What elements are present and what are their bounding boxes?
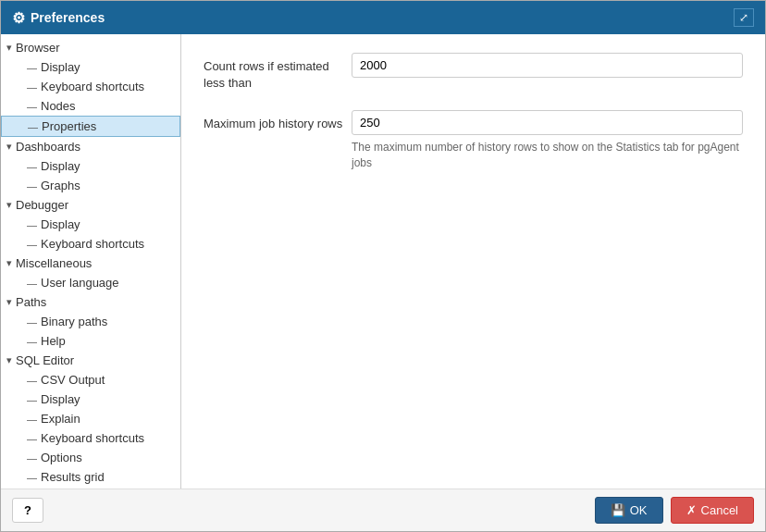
sidebar-item-binary-paths[interactable]: — Binary paths <box>1 312 180 331</box>
sidebar-item-explain[interactable]: — Explain <box>1 409 180 428</box>
form-row-max-history: Maximum job history rows The maximum num… <box>204 110 743 171</box>
sidebar-item-debugger[interactable]: ▾ Debugger <box>1 195 180 215</box>
sidebar-item-user-language[interactable]: — User language <box>1 273 180 292</box>
dialog-title-text: ⚙ Preferences <box>12 9 105 27</box>
sidebar-label-user-language: User language <box>41 276 119 290</box>
preferences-dialog: ⚙ Preferences ⤢ ▾ Browser — Display — Ke… <box>0 0 766 532</box>
ok-button[interactable]: 💾 OK <box>595 497 663 524</box>
line-icon: — <box>27 81 37 93</box>
form-row-count-rows: Count rows if estimated less than <box>204 53 743 92</box>
sidebar-label-sql-display: Display <box>41 392 80 406</box>
dialog-footer: ? 💾 OK ✗ Cancel <box>1 489 765 531</box>
sidebar-label-debugger-keyboard: Keyboard shortcuts <box>41 237 144 251</box>
expand-icon-dashboards: ▾ <box>6 141 12 153</box>
sidebar-label-dashboards-display: Display <box>41 159 80 173</box>
sidebar-label-paths-help: Help <box>41 334 66 348</box>
sidebar-item-miscellaneous[interactable]: ▾ Miscellaneous <box>1 254 180 273</box>
expand-icon-paths: ▾ <box>6 296 12 308</box>
expand-icon-browser: ▾ <box>6 42 12 54</box>
content-area: Count rows if estimated less than Maximu… <box>181 34 765 489</box>
dialog-title: Preferences <box>31 10 105 25</box>
line-icon: — <box>27 316 37 328</box>
sidebar-label-browser-display: Display <box>41 60 80 74</box>
sidebar-tree: ▾ Browser — Display — Keyboard shortcuts… <box>1 34 181 489</box>
control-count-rows <box>352 53 743 78</box>
line-icon: — <box>27 336 37 347</box>
line-icon: — <box>27 394 37 405</box>
sidebar-label-browser-properties: Properties <box>42 119 96 133</box>
line-icon: — <box>27 414 37 425</box>
sidebar-item-browser-keyboard[interactable]: — Keyboard shortcuts <box>1 77 180 96</box>
sidebar-item-debugger-display[interactable]: — Display <box>1 215 180 234</box>
cancel-label: Cancel <box>701 503 738 517</box>
dialog-body: ▾ Browser — Display — Keyboard shortcuts… <box>1 34 765 489</box>
sidebar-label-results-grid: Results grid <box>41 470 105 484</box>
cancel-icon: ✗ <box>686 503 697 517</box>
footer-actions: 💾 OK ✗ Cancel <box>595 497 754 524</box>
sidebar-item-csv-output[interactable]: — CSV Output <box>1 370 180 390</box>
sidebar-label-sql-editor: SQL Editor <box>16 353 74 367</box>
line-icon: — <box>27 375 37 386</box>
line-icon: — <box>27 101 37 112</box>
sidebar-label-debugger-display: Display <box>41 217 80 231</box>
sidebar-item-debugger-keyboard[interactable]: — Keyboard shortcuts <box>1 234 180 254</box>
sidebar-label-csv-output: CSV Output <box>41 373 105 387</box>
label-max-history: Maximum job history rows <box>204 110 352 132</box>
sidebar-label-browser-nodes: Nodes <box>41 99 76 113</box>
line-icon: — <box>27 62 37 73</box>
cancel-button[interactable]: ✗ Cancel <box>671 497 754 524</box>
expand-button[interactable]: ⤢ <box>734 8 754 27</box>
sidebar-item-browser[interactable]: ▾ Browser <box>1 38 180 57</box>
line-icon: — <box>27 239 37 250</box>
sidebar-label-dashboards: Dashboards <box>16 140 80 154</box>
expand-icon-sql: ▾ <box>6 354 12 366</box>
sidebar-item-dashboards[interactable]: ▾ Dashboards <box>1 137 180 156</box>
sidebar-item-paths[interactable]: ▾ Paths <box>1 292 180 312</box>
sidebar-item-browser-display[interactable]: — Display <box>1 57 180 77</box>
help-button[interactable]: ? <box>12 498 43 523</box>
line-icon: — <box>27 452 37 464</box>
preferences-icon: ⚙ <box>12 9 25 27</box>
line-icon: — <box>27 180 37 192</box>
sidebar-item-sql-editor[interactable]: ▾ SQL Editor <box>1 351 180 370</box>
sidebar-item-dashboards-graphs[interactable]: — Graphs <box>1 176 180 195</box>
line-icon: — <box>27 161 37 172</box>
line-icon: — <box>28 121 38 132</box>
line-icon: — <box>27 433 37 444</box>
sidebar-label-browser-keyboard: Keyboard shortcuts <box>41 80 144 93</box>
sidebar-label-paths: Paths <box>16 295 46 309</box>
sidebar-item-paths-help[interactable]: — Help <box>1 331 180 351</box>
ok-label: OK <box>630 503 648 517</box>
sidebar-item-dashboards-display[interactable]: — Display <box>1 156 180 176</box>
sidebar-item-options[interactable]: — Options <box>1 448 180 467</box>
sidebar-label-explain: Explain <box>41 412 80 426</box>
sidebar-label-debugger: Debugger <box>16 198 68 212</box>
sidebar-item-sql-keyboard[interactable]: — Keyboard shortcuts <box>1 428 180 448</box>
line-icon: — <box>27 219 37 230</box>
sidebar-label-options: Options <box>41 451 82 464</box>
input-max-history[interactable] <box>352 110 743 135</box>
sidebar-item-browser-nodes[interactable]: — Nodes <box>1 96 180 116</box>
sidebar-label-binary-paths: Binary paths <box>41 315 107 328</box>
expand-icon-misc: ▾ <box>6 257 12 269</box>
ok-icon: 💾 <box>611 503 625 517</box>
help-max-history: The maximum number of history rows to sh… <box>352 140 743 171</box>
sidebar-label-browser: Browser <box>16 41 60 55</box>
line-icon: — <box>27 278 37 289</box>
label-count-rows: Count rows if estimated less than <box>204 53 352 92</box>
sidebar-label-sql-keyboard: Keyboard shortcuts <box>41 431 144 445</box>
sidebar-item-sql-display[interactable]: — Display <box>1 390 180 409</box>
input-count-rows[interactable] <box>352 53 743 78</box>
sidebar-label-miscellaneous: Miscellaneous <box>16 256 92 270</box>
sidebar-item-browser-properties[interactable]: — Properties <box>1 116 180 137</box>
expand-icon-debugger: ▾ <box>6 199 12 211</box>
line-icon: — <box>27 472 37 483</box>
sidebar-label-dashboards-graphs: Graphs <box>41 179 80 192</box>
sidebar-item-results-grid[interactable]: — Results grid <box>1 467 180 487</box>
dialog-titlebar: ⚙ Preferences ⤢ <box>1 1 765 34</box>
control-max-history: The maximum number of history rows to sh… <box>352 110 743 171</box>
